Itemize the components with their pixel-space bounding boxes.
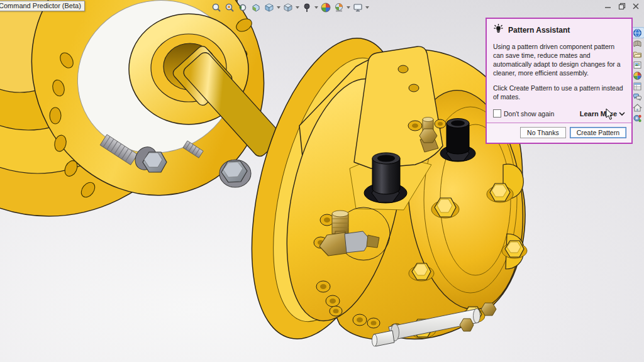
view-palette-icon[interactable] — [631, 60, 644, 70]
window-controls — [602, 1, 641, 11]
hide-show-items-dropdown[interactable] — [314, 2, 319, 13]
view-orientation-dropdown[interactable] — [276, 2, 281, 13]
solidworks-add-ins-icon[interactable] — [631, 113, 644, 123]
edit-appearance-icon[interactable] — [319, 2, 332, 13]
heads-up-toolbar — [210, 2, 370, 13]
learn-more-link[interactable]: Learn More — [580, 110, 625, 118]
dialog-paragraph-1: Using a pattern driven component pattern… — [493, 43, 625, 77]
view-orientation-icon[interactable] — [263, 2, 275, 13]
dialog-body: Using a pattern driven component pattern… — [487, 38, 631, 102]
hide-show-items-icon[interactable] — [301, 2, 313, 13]
solidworks-resources-icon[interactable] — [631, 28, 644, 38]
no-thanks-button[interactable]: No Thanks — [520, 127, 566, 138]
dialog-title: Pattern Assistant — [508, 26, 570, 35]
solidworks-forum-icon[interactable] — [631, 92, 644, 102]
close-button[interactable] — [630, 1, 641, 11]
previous-view-icon[interactable] — [236, 2, 249, 13]
apply-scene-icon[interactable] — [333, 2, 345, 13]
file-explorer-icon[interactable] — [631, 49, 644, 59]
home-icon[interactable] — [631, 102, 644, 112]
design-library-icon[interactable] — [631, 38, 644, 48]
dont-show-again-label: Don't show again — [504, 110, 554, 118]
dialog-paragraph-2: Click Create Pattern to use a pattern in… — [493, 84, 625, 102]
chevron-down-icon — [619, 111, 625, 116]
idea-lamp-icon — [493, 23, 504, 36]
section-view-icon[interactable] — [250, 2, 262, 13]
view-settings-dropdown[interactable] — [365, 2, 370, 13]
zoom-to-area-icon[interactable] — [223, 2, 236, 13]
zoom-to-fit-icon[interactable] — [210, 2, 223, 13]
dont-show-again-checkbox[interactable] — [493, 109, 501, 118]
create-pattern-button[interactable]: Create Pattern — [570, 127, 626, 138]
minimize-button[interactable] — [602, 1, 614, 11]
flange-hex-bolt[interactable] — [219, 160, 251, 187]
pattern-assistant-dialog: Pattern Assistant Using a pattern driven… — [486, 18, 633, 144]
view-settings-icon[interactable] — [352, 2, 364, 13]
apply-scene-dropdown[interactable] — [346, 2, 351, 13]
custom-properties-icon[interactable] — [631, 81, 644, 91]
dont-show-again-option[interactable]: Don't show again — [493, 109, 554, 118]
display-style-dropdown[interactable] — [295, 2, 300, 13]
display-style-icon[interactable] — [282, 2, 294, 13]
command-predictor-tooltip: Command Predictor (Beta) — [0, 1, 85, 11]
task-pane-tabs — [631, 28, 644, 124]
restore-button[interactable] — [616, 1, 628, 11]
appearances-scenes-icon[interactable] — [631, 70, 644, 80]
